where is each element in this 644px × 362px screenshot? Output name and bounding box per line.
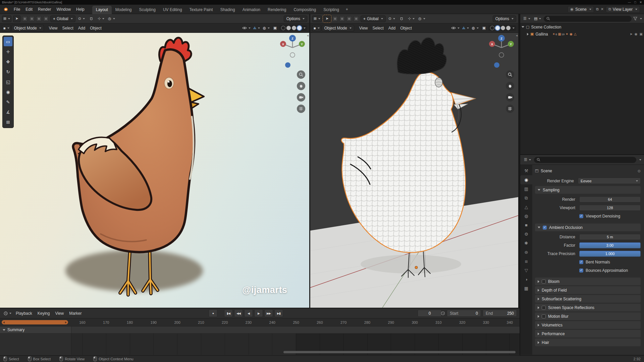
mode-icon-dropdown[interactable]: ■ (2, 25, 11, 32)
property-checkbox[interactable] (579, 260, 583, 264)
viewport-menu[interactable]: View (47, 25, 60, 32)
panel-header[interactable]: Volumetrics (535, 321, 641, 329)
editor-type-dropdown[interactable]: ⊞ (2, 15, 11, 22)
pane-expand-icon[interactable]: ◂ (516, 34, 518, 37)
summary-channel-row[interactable]: Summary (0, 326, 520, 334)
workspace-tab[interactable]: Scripting (320, 6, 343, 14)
panel-checkbox[interactable] (542, 280, 546, 284)
tool-button[interactable]: ◱ (4, 77, 12, 86)
timeline-menu[interactable]: Keying (35, 310, 53, 317)
properties-tab[interactable]: ▽ (520, 266, 532, 275)
viewport-menu[interactable]: Select (370, 25, 386, 32)
topbar-menu[interactable]: Help (73, 6, 87, 13)
pane-expand-icon[interactable]: ◂ (307, 34, 309, 37)
workspace-tab[interactable]: Modeling (112, 6, 136, 14)
shading-wireframe-icon[interactable] (281, 26, 285, 30)
pan-hand-icon[interactable] (506, 82, 514, 90)
editor-type-dropdown[interactable]: ☰ (522, 15, 531, 22)
properties-tab[interactable]: ✱ (520, 239, 532, 248)
viewport-menu[interactable]: Add (76, 25, 88, 32)
panel-header[interactable]: Screen Space Reflections (535, 304, 641, 311)
snap-target-dropdown[interactable]: ⊹ (97, 15, 105, 22)
ambient-occlusion-checkbox[interactable] (543, 226, 547, 230)
frame-start-field[interactable]: Start 0 (447, 310, 481, 317)
tool-toggle[interactable] (36, 16, 42, 21)
channel-region-scrollbar[interactable] (2, 320, 68, 324)
zoom-icon[interactable] (297, 70, 305, 79)
outliner-row-scene-collection[interactable]: ▢ Scene Collection (520, 23, 644, 31)
tool-toggle[interactable] (339, 16, 345, 21)
viewport-menu[interactable]: Add (386, 25, 398, 32)
xray-toggle[interactable]: ▣ (271, 25, 279, 32)
pan-hand-icon[interactable] (297, 82, 305, 90)
object-data-icon[interactable]: ◉ (570, 32, 573, 36)
gizmos-dropdown[interactable]: ⟁ (461, 25, 470, 32)
workspace-tab[interactable]: UV Editing (159, 6, 186, 14)
gizmos-dropdown[interactable]: ⟁ (252, 25, 261, 32)
transform-pivot-dropdown[interactable]: ⊙ (77, 15, 86, 22)
snap-magnet-icon[interactable]: Ω (398, 15, 405, 22)
tool-toggle[interactable] (29, 16, 35, 21)
properties-tab[interactable]: ⚙ (520, 230, 532, 239)
panel-checkbox[interactable] (542, 306, 546, 310)
timeline-horizontal-scrollbar[interactable] (283, 351, 516, 353)
transport-button[interactable]: ◀◀ (234, 309, 243, 317)
options-dropdown[interactable]: Options (284, 15, 307, 22)
transport-button[interactable]: ▶▮ (274, 309, 283, 317)
panel-header[interactable]: Depth of Field (535, 286, 641, 294)
view-layer-selector[interactable]: ⧉ View Layer (606, 6, 640, 13)
value-slider[interactable]: 1.000 (579, 251, 641, 257)
properties-tab[interactable]: ▦ (520, 284, 532, 293)
current-frame-field[interactable]: 0 (418, 310, 442, 317)
proportional-editing-dropdown[interactable]: ◎ (107, 15, 116, 22)
shading-material-icon[interactable] (292, 26, 296, 30)
sampling-panel-header[interactable]: Sampling (535, 186, 641, 194)
viewport-menu[interactable]: Object (398, 25, 414, 32)
shading-wireframe-icon[interactable] (490, 26, 494, 30)
topbar-menu[interactable]: Render (35, 6, 54, 13)
shading-solid-icon[interactable] (286, 26, 291, 30)
outliner-search-input[interactable] (544, 16, 632, 22)
workspace-tab[interactable]: Shading (217, 6, 239, 14)
shading-solid-icon[interactable] (495, 26, 500, 30)
proportional-editing-dropdown[interactable]: ◎ (417, 15, 426, 22)
timeline-channel-area[interactable] (0, 334, 520, 355)
tool-button[interactable]: ∡ (4, 107, 12, 117)
camera-view-icon[interactable] (506, 93, 514, 102)
active-tool-button[interactable]: ➤ (13, 15, 20, 22)
properties-tab[interactable]: ◑ (520, 275, 532, 284)
transport-button[interactable]: ▶ (254, 309, 263, 317)
workspace-tab[interactable]: Animation (239, 6, 264, 14)
maximize-button[interactable]: □ (634, 1, 636, 4)
viewport-denoising-checkbox[interactable] (579, 214, 583, 218)
add-workspace-button[interactable]: + (343, 5, 351, 13)
tool-toggle[interactable] (332, 16, 338, 21)
navigation-gizmo[interactable]: Z X Y (486, 34, 516, 70)
properties-tab[interactable]: ⧉ (520, 193, 532, 202)
value-slider[interactable]: 5 m (579, 234, 641, 240)
mode-icon-dropdown[interactable]: ■ (312, 25, 321, 32)
tool-button[interactable]: ↻ (4, 67, 12, 76)
properties-tab[interactable]: △ (520, 202, 532, 212)
render-engine-dropdown[interactable]: Eevee (578, 178, 641, 184)
transport-button[interactable]: ◀ (244, 309, 253, 317)
editor-type-dropdown[interactable] (3, 310, 12, 317)
blender-logo-icon[interactable] (3, 7, 9, 12)
number-field[interactable]: 128 (579, 205, 641, 211)
workspace-tab[interactable]: Rendering (264, 6, 290, 14)
panel-header[interactable]: Subsurface Scattering (535, 295, 641, 303)
object-mode-dropdown[interactable]: Object Mode (322, 25, 354, 32)
3d-viewport-shaded[interactable]: ▭✛✥↻◱◉✎∡⊞ Z X Y @i (0, 33, 309, 308)
snap-magnet-icon[interactable]: Ω (88, 15, 95, 22)
properties-tab[interactable]: ⚒ (520, 166, 532, 175)
object-mode-dropdown[interactable]: Object Mode (11, 25, 44, 32)
ambient-occlusion-panel-header[interactable]: Ambient Occlusion (535, 224, 641, 231)
display-mode-dropdown[interactable]: ▤ (533, 15, 542, 22)
tool-toggle[interactable] (354, 16, 359, 21)
tool-toggle[interactable] (346, 16, 352, 21)
3d-viewport-wireframe[interactable]: Z X Y ◂ (310, 33, 518, 308)
ortho-grid-icon[interactable] (297, 105, 305, 113)
selectable-toggle-icon[interactable]: ➤ (630, 32, 632, 36)
workspace-tab[interactable]: Compositing (290, 6, 320, 14)
object-data-icon[interactable]: ✦ (566, 32, 569, 36)
